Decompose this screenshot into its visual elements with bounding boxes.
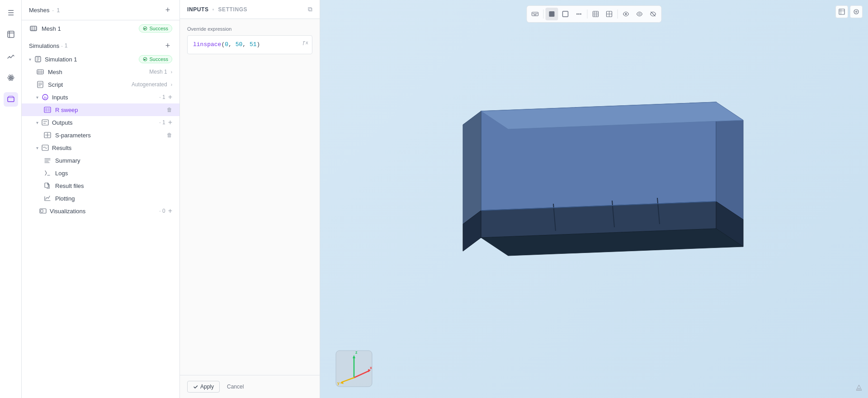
summary-item[interactable]: Summary [22, 154, 179, 167]
script-chevron: › [171, 82, 172, 87]
logs-label: Logs [55, 170, 172, 177]
svg-text:y: y [337, 381, 340, 385]
apply-button[interactable]: Apply [187, 381, 220, 393]
result-files-label: Result files [55, 183, 172, 189]
atom-icon[interactable] [4, 70, 18, 85]
override-expression-label: Override expression [187, 26, 312, 32]
menu-icon[interactable]: ☰ [4, 5, 18, 20]
mesh-1-status-badge: Success [139, 24, 172, 33]
svg-rect-18 [42, 120, 48, 125]
mesh-1-status-label: Success [149, 26, 168, 31]
s-params-icon [43, 131, 52, 139]
inputs-count: · 1 [159, 94, 165, 100]
viewport-3d-object [320, 0, 868, 398]
panel-actions: Apply Cancel [180, 375, 320, 398]
delete-s-params-button[interactable]: 🗑 [167, 132, 172, 138]
result-files-item[interactable]: Result files [22, 179, 179, 192]
simulations-count: 1 [65, 42, 68, 49]
svg-rect-6 [9, 96, 13, 98]
add-visualization-button[interactable]: + [168, 207, 172, 215]
meshes-count-val: 1 [57, 7, 60, 14]
code-arg1: 0 [225, 41, 228, 48]
delete-r-sweep-button[interactable]: 🗑 [167, 107, 172, 113]
panel-header: INPUTS • SETTINGS ⧉ [180, 0, 320, 19]
svg-rect-7 [30, 26, 37, 31]
outputs-icon [41, 118, 49, 126]
outputs-chevron-icon: ▾ [36, 120, 38, 125]
panel-content: Override expression linspace(0, 50, 51) … [180, 19, 320, 204]
plotting-item[interactable]: Plotting [22, 192, 179, 205]
add-simulation-button[interactable]: + [163, 41, 172, 50]
script-icon [36, 80, 44, 89]
sidebar: Meshes · 1 + Mesh 1 Success Simulations … [22, 0, 180, 398]
outputs-label: Outputs [52, 119, 155, 126]
results-icon [41, 144, 49, 152]
mesh-sub-chevron: › [171, 70, 172, 75]
results-chevron-icon: ▾ [36, 145, 38, 150]
sidebar-content: Mesh 1 Success Simulations · 1 + ▾ Simul… [22, 20, 179, 398]
svg-point-1 [10, 77, 12, 79]
result-files-icon [43, 182, 52, 190]
sim1-icon [34, 55, 42, 63]
tab-inputs[interactable]: INPUTS [187, 6, 209, 13]
viewport-corner-icon [855, 384, 863, 393]
analytics-icon[interactable] [4, 49, 18, 63]
code-expression-block[interactable]: linspace(0, 50, 51) ƒx [187, 35, 312, 54]
results-label: Results [52, 145, 172, 151]
svg-text:fx: fx [44, 95, 47, 100]
simulations-title: Simulations · 1 [29, 42, 68, 49]
svg-rect-16 [45, 108, 47, 112]
code-arg2: 50 [236, 41, 243, 48]
visualizations-header[interactable]: Visualizations · 0 + [22, 205, 179, 217]
sim1-status-badge: Success [139, 55, 172, 63]
r-sweep-item[interactable]: R sweep 🗑 [22, 103, 179, 116]
meshes-label: Meshes [29, 7, 50, 14]
plotting-label: Plotting [55, 195, 172, 202]
inputs-header[interactable]: ▾ fx Inputs · 1 + [22, 91, 179, 103]
script-tree-item[interactable]: Script Autogenerated › [22, 78, 179, 91]
mesh-tree-item[interactable]: Mesh Mesh 1 › [22, 66, 179, 78]
simulation-1-header[interactable]: ▾ Simulation 1 Success [22, 53, 179, 66]
results-header[interactable]: ▾ Results [22, 141, 179, 154]
mesh-sub-label: Mesh [48, 69, 146, 75]
inputs-icon: fx [41, 93, 49, 101]
summary-label: Summary [55, 157, 172, 164]
inputs-chevron-icon: ▾ [36, 95, 38, 100]
panel-tabs: INPUTS • SETTINGS [187, 6, 247, 13]
outputs-header[interactable]: ▾ Outputs · 1 + [22, 116, 179, 129]
sim1-chevron-icon: ▾ [29, 57, 31, 62]
add-input-button[interactable]: + [168, 93, 172, 101]
s-params-item[interactable]: S-parameters 🗑 [22, 129, 179, 141]
s-params-label: S-parameters [55, 132, 163, 139]
mesh-sub-value: Mesh 1 [149, 69, 167, 75]
shapes-icon[interactable] [4, 27, 18, 42]
fx-icon: ƒx [302, 39, 308, 47]
r-sweep-icon [43, 106, 52, 114]
plotting-icon [43, 194, 52, 202]
summary-icon [43, 156, 52, 164]
add-output-button[interactable]: + [168, 118, 172, 126]
svg-rect-23 [41, 210, 43, 212]
meshes-header: Meshes · 1 + [22, 0, 179, 20]
code-function: linspace [193, 41, 221, 48]
logs-item[interactable]: Logs [22, 167, 179, 179]
axes-widget: z x y [334, 348, 374, 389]
meshes-count: · [52, 7, 54, 14]
sim1-status-label: Success [149, 56, 168, 62]
inputs-label: Inputs [52, 94, 155, 101]
svg-text:z: z [355, 350, 358, 355]
svg-marker-44 [463, 111, 481, 224]
cancel-button[interactable]: Cancel [223, 381, 247, 392]
svg-rect-11 [37, 70, 43, 74]
code-arg3: 51 [250, 41, 257, 48]
logs-icon [43, 169, 52, 177]
mesh-item-1[interactable]: Mesh 1 Success [22, 20, 179, 37]
panel-copy-icon[interactable]: ⧉ [308, 5, 312, 13]
layers-icon[interactable] [4, 92, 18, 107]
simulations-label: Simulations [29, 42, 59, 49]
add-mesh-button[interactable]: + [163, 5, 172, 14]
visualizations-label: Visualizations [50, 208, 155, 215]
script-label: Script [48, 81, 128, 88]
tab-settings[interactable]: SETTINGS [218, 6, 247, 13]
r-sweep-label: R sweep [55, 107, 163, 113]
